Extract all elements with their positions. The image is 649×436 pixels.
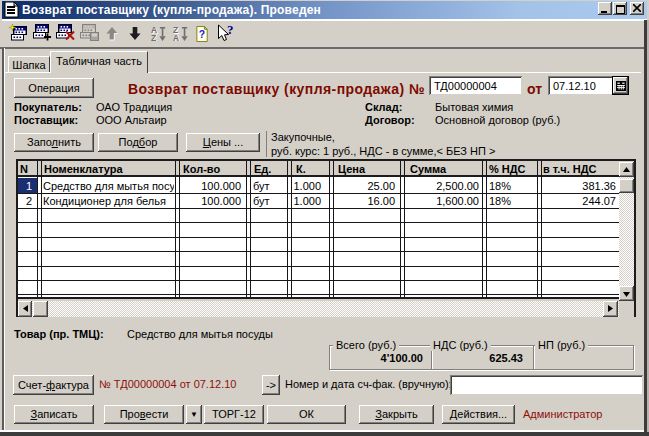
svg-text:Z: Z bbox=[151, 33, 156, 42]
svg-text:A: A bbox=[173, 33, 179, 42]
svg-text:?: ? bbox=[199, 29, 205, 40]
svg-text:?: ? bbox=[227, 24, 234, 37]
